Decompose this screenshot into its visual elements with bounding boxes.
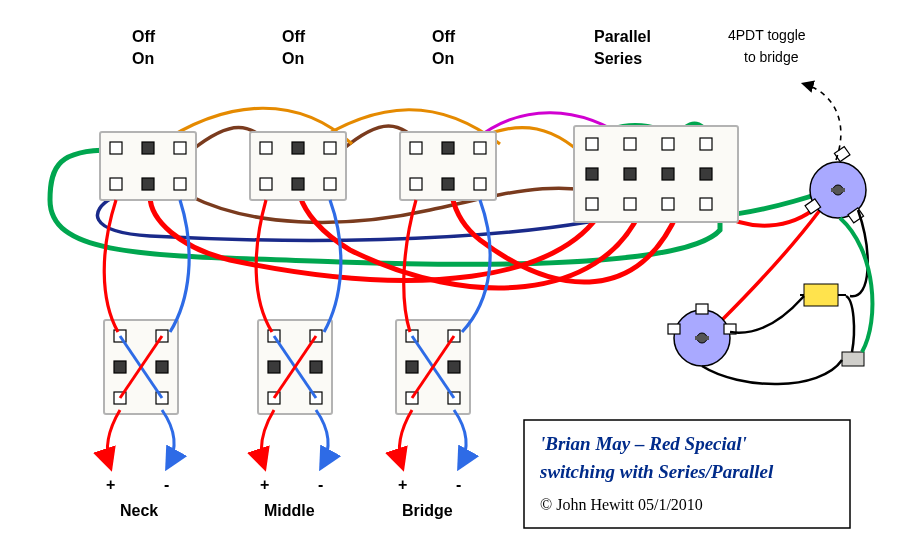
label-parallel: Parallel xyxy=(594,28,651,45)
label-off-3: Off xyxy=(432,28,456,45)
label-on-3: On xyxy=(432,50,454,67)
caption-subtitle: switching with Series/Parallel xyxy=(539,461,774,482)
label-4pdt-1: 4PDT toggle xyxy=(728,27,806,43)
tone-pot xyxy=(668,304,736,366)
neck-plus: + xyxy=(106,476,115,493)
switch-phase-bridge xyxy=(396,320,470,414)
volume-pot xyxy=(805,147,866,223)
label-on-2: On xyxy=(282,50,304,67)
ground-plate xyxy=(842,352,864,366)
bridge-plus: + xyxy=(398,476,407,493)
switch-phase-neck xyxy=(104,320,178,414)
middle-plus: + xyxy=(260,476,269,493)
tone-capacitor xyxy=(804,284,838,306)
switch-onoff-middle xyxy=(250,132,346,200)
label-off-1: Off xyxy=(132,28,156,45)
caption-title: 'Brian May – Red Special' xyxy=(540,433,747,454)
caption-copy: © John Hewitt 05/1/2010 xyxy=(540,496,703,513)
label-on-1: On xyxy=(132,50,154,67)
svg-rect-35 xyxy=(668,324,680,334)
switch-phase-middle xyxy=(258,320,332,414)
switch-onoff-neck xyxy=(100,132,196,200)
label-off-2: Off xyxy=(282,28,306,45)
toggle-bridge-arrow xyxy=(804,84,841,160)
neck-minus: - xyxy=(164,476,169,493)
switch-4pdt-series-parallel xyxy=(574,126,738,222)
switch-onoff-bridge xyxy=(400,132,496,200)
wiring-diagram: Off On Off On Off On Parallel Series 4PD… xyxy=(0,0,918,554)
neck-name: Neck xyxy=(120,502,158,519)
label-4pdt-2: to bridge xyxy=(744,49,799,65)
middle-minus: - xyxy=(318,476,323,493)
label-series: Series xyxy=(594,50,642,67)
bridge-minus: - xyxy=(456,476,461,493)
middle-name: Middle xyxy=(264,502,315,519)
bridge-name: Bridge xyxy=(402,502,453,519)
svg-rect-36 xyxy=(696,304,708,314)
